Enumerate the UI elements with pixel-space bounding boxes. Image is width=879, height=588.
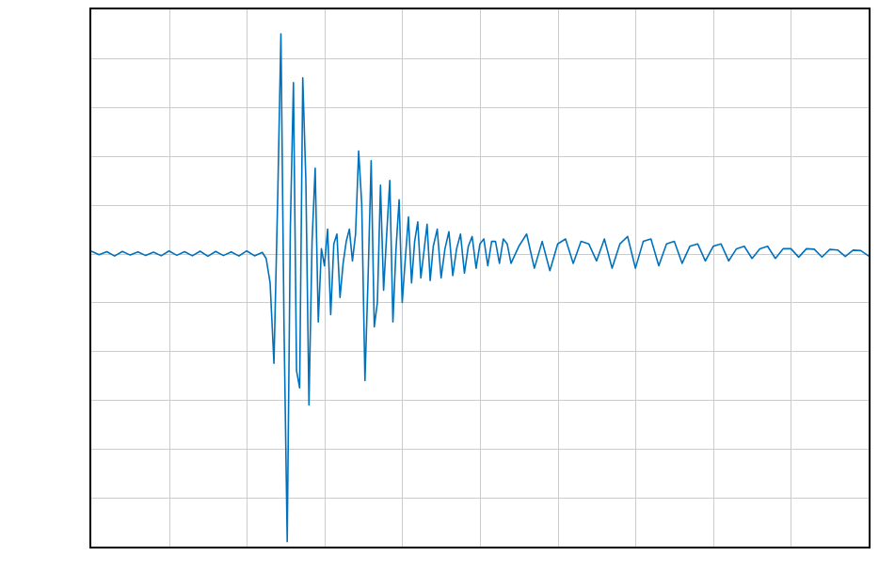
plot-area <box>89 8 871 548</box>
signal-trace <box>91 9 869 547</box>
